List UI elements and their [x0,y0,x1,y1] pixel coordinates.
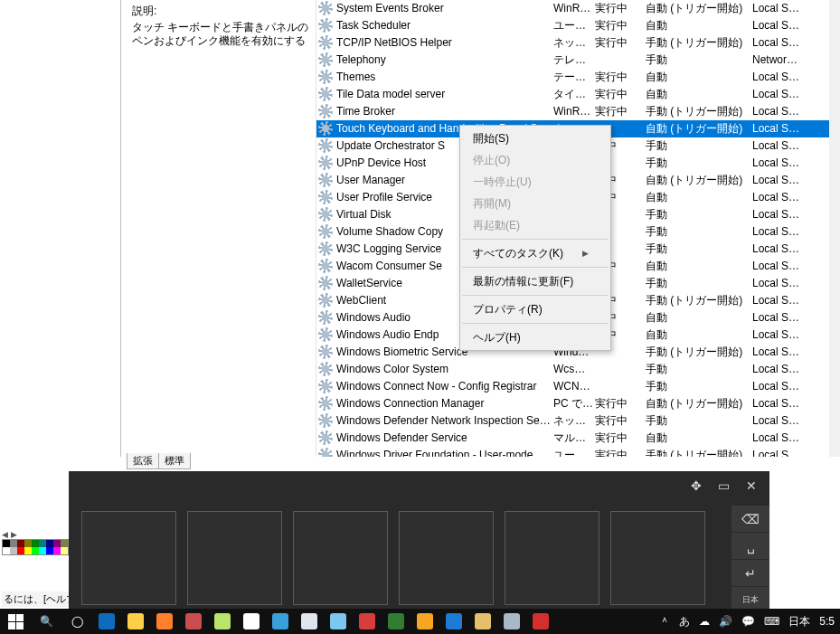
vertical-scrollbar[interactable] [829,0,840,457]
taskbar-app-orange-square[interactable] [411,610,439,633]
tray-language[interactable]: 日本 [788,614,810,629]
service-status: 実行中 [595,0,646,17]
palette-swatch[interactable] [17,540,24,547]
tree-pane [0,0,121,457]
tray-volume-icon[interactable]: 🔊 [719,615,732,628]
service-row[interactable]: Windows Defender Network Inspection Se…ネ… [316,412,829,430]
ctx-all-tasks[interactable]: すべてのタスク(K) ▶ [460,242,610,264]
palette-grid[interactable] [2,539,69,555]
palette-swatch[interactable] [53,540,61,547]
service-name: Windows Connection Manager [336,395,553,412]
service-logon: Local S… [752,258,807,275]
service-logon: Networ… [752,52,807,69]
taskbar-app-chrome[interactable] [237,610,266,633]
taskbar-app-firefox[interactable] [150,610,179,633]
palette-swatch[interactable] [39,547,46,554]
taskbar-app-settings[interactable] [439,610,468,633]
taskbar-app-notepad[interactable] [295,610,324,633]
taskbar-app-services[interactable] [497,610,526,633]
gear-icon [318,448,333,457]
tray-action-center-icon[interactable]: 💬 [741,615,755,628]
service-logon: Local S… [752,120,807,137]
handwriting-cell[interactable] [399,511,494,605]
palette-swatch[interactable] [61,540,68,547]
palette-swatch[interactable] [10,547,17,554]
tray-chevron-icon[interactable]: ＾ [659,614,670,629]
ctx-start[interactable]: 開始(S) [460,128,610,149]
handwriting-cell[interactable] [81,511,176,605]
palette-swatch[interactable] [61,547,68,554]
service-row[interactable]: Windows Driver Foundation - User-mode …ユ… [316,447,829,457]
tray-onedrive-icon[interactable]: ☁ [699,615,710,628]
ctx-properties[interactable]: プロパティ(R) [460,298,610,320]
ctx-help[interactable]: ヘルプ(H) [460,326,610,348]
palette-swatch[interactable] [53,547,61,554]
tray-keyboard-icon[interactable]: ⌨ [764,615,779,628]
tab-extended[interactable]: 拡張 [127,453,159,469]
service-row[interactable]: Themesテーマ…実行中自動Local S… [316,69,829,86]
service-row[interactable]: Time BrokerWinR…実行中手動 (トリガー開始)Local S… [316,103,829,120]
service-row[interactable]: TCP/IP NetBIOS Helperネット…実行中手動 (トリガー開始)L… [316,34,829,52]
taskbar-app-snipping[interactable] [179,610,208,633]
touch-keyboard-titlebar[interactable]: ✥ ▭ ✕ [69,471,769,500]
palette-swatch[interactable] [10,540,17,547]
tray-clock[interactable]: 5:5 [819,615,835,628]
backspace-button[interactable]: ⌫ [731,506,769,533]
taskbar-app-edge[interactable] [92,610,121,633]
service-status: 実行中 [595,69,646,86]
handwriting-cell[interactable] [187,511,282,605]
taskbar-app-file-explorer[interactable] [121,610,150,633]
palette-swatch[interactable] [46,540,53,547]
palette-swatch[interactable] [3,540,10,547]
handwriting-cells [81,511,705,605]
taskbar-app-opera[interactable] [353,610,382,633]
service-logon: Local S… [752,172,807,189]
palette-swatch[interactable] [3,547,10,554]
service-startup: 手動 [646,361,752,378]
taskbar-app-waterfox[interactable] [266,610,295,633]
palette-swatch[interactable] [24,547,32,554]
dock-icon[interactable]: ▭ [718,478,730,493]
gear-icon [318,52,333,67]
taskbar-app-red-app[interactable] [526,610,555,633]
service-row[interactable]: Windows Connect Now - Config RegistrarWC… [316,378,829,395]
service-row[interactable]: Tile Data model serverタイル…実行中自動Local S… [316,86,829,103]
taskbar-app-notepadpp[interactable] [208,610,237,633]
palette-swatch[interactable] [24,540,32,547]
service-startup: 自動 [646,309,752,326]
cortana-button[interactable]: ◯ [61,610,92,633]
service-row[interactable]: Windows Defender Serviceマルウ…実行中自動Local S… [316,430,829,447]
palette-swatch[interactable] [32,540,39,547]
tab-standard[interactable]: 標準 [158,453,191,469]
service-row[interactable]: System Events BrokerWinR…実行中自動 (トリガー開始)L… [316,0,829,17]
enter-button[interactable]: ↵ [731,560,769,587]
taskbar-app-np[interactable] [382,610,411,633]
service-desc: PC で… [553,395,595,412]
service-row[interactable]: Telephonyテレフ…手動Networ… [316,52,829,69]
palette-swatch[interactable] [39,540,46,547]
palette-swatch[interactable] [17,547,24,554]
service-row[interactable]: Windows Connection ManagerPC で…実行中自動 (トリ… [316,395,829,412]
service-name: Task Scheduler [336,17,553,34]
ctx-pause: 一時停止(U) [460,171,610,193]
service-startup: 自動 [646,189,752,206]
move-icon[interactable]: ✥ [691,478,702,493]
taskbar-app-ps[interactable] [468,610,497,633]
taskbar-app-paint[interactable] [324,610,353,633]
description-pane: 説明: タッチ キーボードと手書きパネルのペンおよびインク機能を有効にする [127,0,316,457]
search-button[interactable]: 🔍 [31,610,61,633]
palette-swatch[interactable] [46,547,53,554]
handwriting-cell[interactable] [293,511,388,605]
service-row[interactable]: Task Schedulerユーザ…実行中自動Local S… [316,17,829,34]
ctx-refresh[interactable]: 最新の情報に更新(F) [460,270,610,292]
service-startup: 自動 [646,86,752,103]
handwriting-cell[interactable] [505,511,599,605]
start-button[interactable] [0,610,31,633]
space-button[interactable]: ␣ [731,533,769,560]
service-row[interactable]: Windows Color SystemWcs…手動Local S… [316,361,829,378]
palette-swatch[interactable] [32,547,39,554]
handwriting-cell[interactable] [610,511,705,605]
tray-ime-icon[interactable]: あ [679,614,690,629]
color-palette: ◀ ▶ [2,530,69,555]
close-icon[interactable]: ✕ [746,478,757,493]
